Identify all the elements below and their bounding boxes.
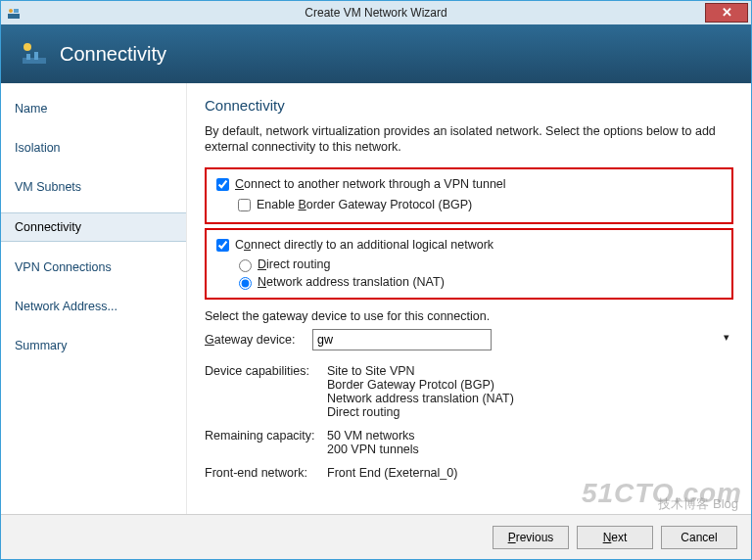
- svg-rect-2: [14, 9, 19, 13]
- window-title: Create VM Network Wizard: [1, 6, 751, 20]
- nat-radio-row: Network address translation (NAT): [234, 274, 726, 290]
- header-title: Connectivity: [60, 43, 166, 66]
- footer: Previous Next Cancel: [1, 514, 751, 559]
- wizard-body: Name Isolation VM Subnets Connectivity V…: [1, 83, 751, 514]
- nat-radio[interactable]: [239, 277, 252, 290]
- titlebar: Create VM Network Wizard ✕: [1, 1, 751, 24]
- wizard-window: Create VM Network Wizard ✕ Connectivity …: [0, 0, 752, 560]
- svg-rect-6: [34, 52, 38, 60]
- gateway-note: Select the gateway device to use for thi…: [205, 309, 733, 323]
- bgp-label[interactable]: Enable Border Gateway Protocol (BGP): [257, 198, 472, 211]
- app-icon: [7, 6, 21, 20]
- gateway-row: Gateway device:: [205, 329, 733, 350]
- remaining-value: 50 VM networks 200 VPN tunnels: [327, 429, 733, 456]
- capabilities-value: Site to Site VPN Border Gateway Protcol …: [327, 364, 733, 419]
- page-title: Connectivity: [205, 97, 733, 114]
- vpn-checkbox[interactable]: [216, 178, 229, 191]
- svg-point-3: [24, 43, 31, 51]
- bgp-checkbox[interactable]: [238, 199, 251, 211]
- routing-radio[interactable]: [239, 259, 252, 272]
- sidebar: Name Isolation VM Subnets Connectivity V…: [1, 83, 187, 514]
- next-button[interactable]: Next: [577, 526, 653, 549]
- svg-rect-5: [26, 54, 30, 60]
- gateway-select-wrap: [312, 329, 733, 350]
- direct-label[interactable]: Connect directly to an additional logica…: [235, 238, 494, 252]
- vpn-label[interactable]: Connect to another network through a VPN…: [235, 177, 506, 191]
- sidebar-item-vpn-connections[interactable]: VPN Connections: [1, 254, 186, 281]
- cap-3: Direct routing: [327, 405, 733, 419]
- page-intro: By default, network virtualization provi…: [205, 123, 733, 156]
- main-panel: Connectivity By default, network virtual…: [187, 83, 751, 514]
- svg-rect-0: [8, 14, 20, 19]
- direct-group: Connect directly to an additional logica…: [205, 228, 733, 300]
- nat-label[interactable]: Network address translation (NAT): [258, 275, 445, 289]
- wizard-header: Connectivity: [1, 24, 751, 83]
- frontend-row: Front-end network: Front End (Exeternal_…: [205, 466, 733, 480]
- routing-radio-row: Direct routing: [234, 257, 726, 272]
- frontend-label: Front-end network:: [205, 466, 327, 480]
- frontend-value: Front End (Exeternal_0): [327, 466, 733, 480]
- vpn-group: Connect to another network through a VPN…: [205, 167, 733, 224]
- remaining-label: Remaining capacity:: [205, 429, 327, 456]
- direct-checkbox[interactable]: [216, 239, 229, 252]
- header-icon: [21, 40, 48, 68]
- sidebar-item-summary[interactable]: Summary: [1, 332, 186, 359]
- cap-0: Site to Site VPN: [327, 364, 733, 378]
- gateway-select[interactable]: [312, 329, 492, 350]
- cap-1: Border Gateway Protcol (BGP): [327, 378, 733, 392]
- vpn-checkbox-row: Connect to another network through a VPN…: [212, 175, 726, 194]
- close-button[interactable]: ✕: [705, 3, 748, 23]
- sidebar-item-isolation[interactable]: Isolation: [1, 134, 186, 162]
- sidebar-item-vm-subnets[interactable]: VM Subnets: [1, 173, 186, 201]
- sidebar-item-name[interactable]: Name: [1, 95, 186, 122]
- capabilities-row: Device capabilities: Site to Site VPN Bo…: [205, 364, 733, 419]
- gateway-label: Gateway device:: [205, 333, 312, 347]
- remain-0: 50 VM networks: [327, 429, 733, 443]
- sidebar-item-connectivity[interactable]: Connectivity: [1, 212, 186, 242]
- routing-label[interactable]: Direct routing: [258, 257, 330, 271]
- sidebar-item-network-address[interactable]: Network Address...: [1, 293, 186, 320]
- direct-checkbox-row: Connect directly to an additional logica…: [212, 236, 726, 255]
- cancel-button[interactable]: Cancel: [661, 526, 737, 549]
- capabilities-label: Device capabilities:: [205, 364, 327, 419]
- svg-point-1: [9, 9, 13, 13]
- remain-1: 200 VPN tunnels: [327, 443, 733, 456]
- remaining-row: Remaining capacity: 50 VM networks 200 V…: [205, 429, 733, 456]
- cap-2: Network address translation (NAT): [327, 392, 733, 405]
- bgp-checkbox-row: Enable Border Gateway Protocol (BGP): [234, 196, 726, 214]
- previous-button[interactable]: Previous: [493, 526, 569, 549]
